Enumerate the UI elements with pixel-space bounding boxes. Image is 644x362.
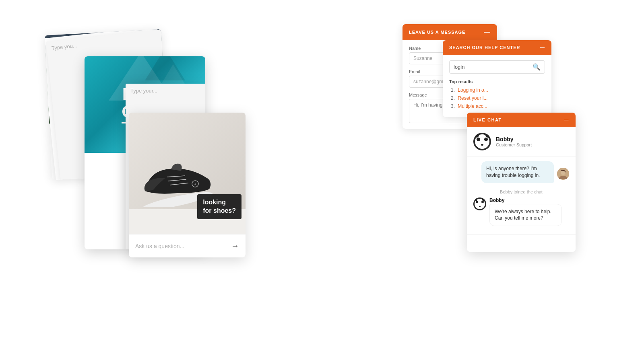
right-section: LEAVE US A MESSAGE — Name Suzanne Email … — [402, 24, 612, 322]
chat-input-area[interactable] — [467, 234, 576, 252]
panda-nose — [481, 144, 483, 146]
leave-message-title: LEAVE US A MESSAGE — [409, 30, 465, 35]
panda-nose-sm — [479, 206, 481, 207]
widget-live-chat: LIVE CHAT — Bobby Customer Support — [467, 113, 576, 252]
result-num-1: 1. — [451, 87, 455, 93]
top-results-label: Top results — [449, 79, 545, 84]
system-message: Bobby joined the chat — [473, 189, 569, 194]
panda-ear-left — [474, 133, 479, 138]
panda-eye-r-sm — [481, 201, 484, 203]
panda-eye-right — [484, 138, 488, 141]
agent-role: Customer Support — [496, 142, 532, 147]
search-results-list: 1. Logging in o... 2. Reset your l... 3.… — [449, 87, 545, 109]
agent-info-row: Bobby Customer Support — [467, 127, 576, 156]
user-avatar-svg — [557, 168, 569, 180]
user-message-bubble: Hi, is anyone there? I'm having trouble … — [481, 161, 554, 183]
result-item-1[interactable]: 1. Logging in o... — [449, 87, 545, 93]
agent-bubble: We're always here to help. Can you tell … — [489, 204, 562, 226]
live-chat-title: LIVE CHAT — [473, 117, 502, 122]
sneaker-input-row: Ask us a question... → — [129, 234, 246, 257]
search-help-body: login 🔍 Top results 1. Logging in o... 2… — [443, 55, 551, 117]
search-input-text[interactable]: login — [454, 64, 533, 70]
send-icon[interactable]: → — [231, 241, 239, 251]
agent-message-row: Bobby We're always here to help. Can you… — [473, 197, 569, 226]
panda-eye-left — [477, 138, 480, 141]
search-help-close[interactable]: — — [540, 45, 545, 50]
user-avatar — [557, 168, 569, 180]
panda-icon — [475, 134, 489, 149]
sneaker-input-placeholder[interactable]: Ask us a question... — [135, 243, 231, 249]
search-help-header: SEARCH OUR HELP CENTER — — [443, 40, 551, 55]
widget-search-help: SEARCH OUR HELP CENTER — login 🔍 Top res… — [443, 40, 551, 117]
result-num-2: 2. — [451, 95, 455, 101]
live-chat-header: LIVE CHAT — — [467, 113, 576, 127]
search-help-title: SEARCH OUR HELP CENTER — [449, 45, 520, 50]
user-message-row: Hi, is anyone there? I'm having trouble … — [473, 161, 569, 186]
svg-text:✦: ✦ — [194, 182, 197, 186]
result-num-3: 3. — [451, 103, 455, 109]
search-input-container[interactable]: login 🔍 — [449, 60, 545, 74]
sneaker-label-line2: for shoes? — [203, 207, 236, 215]
agent-avatar-sm — [473, 197, 486, 210]
result-text-2[interactable]: Reset your l... — [458, 95, 487, 101]
leave-message-close[interactable]: — — [484, 29, 491, 35]
search-icon[interactable]: 🔍 — [533, 63, 541, 71]
leave-message-header: LEAVE US A MESSAGE — — [402, 24, 497, 40]
triangle-shape-3 — [145, 56, 185, 80]
agent-bubble-container: Bobby We're always here to help. Can you… — [489, 197, 562, 226]
result-item-2[interactable]: 2. Reset your l... — [449, 95, 545, 101]
agent-info: Bobby Customer Support — [496, 136, 532, 147]
result-item-3[interactable]: 3. Multiple acc... — [449, 103, 545, 109]
left-section: QUESTIONS? Type you... LET'S CHAT. Type … — [48, 32, 258, 314]
agent-name: Bobby — [496, 136, 532, 142]
panda-sm — [475, 199, 485, 209]
panda-eye-l-sm — [476, 201, 478, 203]
live-chat-close[interactable]: — — [564, 117, 570, 122]
card-sneaker: ✦ looking for shoes? Ask us a question..… — [129, 113, 246, 257]
panda-ear-right — [485, 133, 490, 138]
agent-avatar — [473, 133, 491, 150]
result-text-3[interactable]: Multiple acc... — [458, 103, 487, 109]
agent-bubble-name: Bobby — [489, 197, 562, 203]
chat-messages: Hi, is anyone there? I'm having trouble … — [467, 156, 576, 234]
sneaker-label: looking for shoes? — [197, 194, 242, 219]
result-text-1[interactable]: Logging in o... — [458, 87, 488, 93]
sneaker-label-line1: looking — [203, 198, 236, 207]
